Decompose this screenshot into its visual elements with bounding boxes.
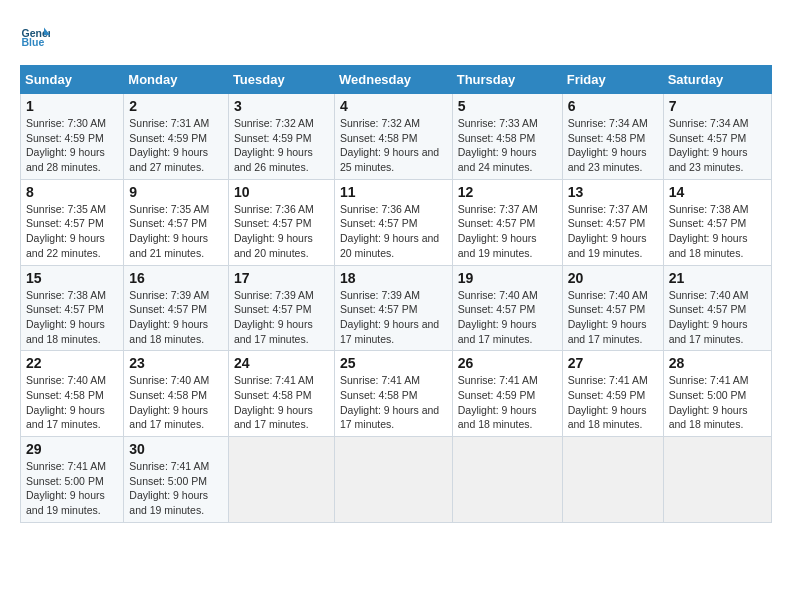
day-number: 3 <box>234 98 329 114</box>
calendar-table: SundayMondayTuesdayWednesdayThursdayFrid… <box>20 65 772 523</box>
day-number: 27 <box>568 355 658 371</box>
day-info: Sunrise: 7:35 AMSunset: 4:57 PMDaylight:… <box>26 203 106 259</box>
calendar-cell: 17 Sunrise: 7:39 AMSunset: 4:57 PMDaylig… <box>228 265 334 351</box>
logo-icon: General Blue <box>20 20 50 50</box>
day-number: 8 <box>26 184 118 200</box>
weekday-header-tuesday: Tuesday <box>228 66 334 94</box>
day-number: 29 <box>26 441 118 457</box>
day-number: 20 <box>568 270 658 286</box>
calendar-cell: 16 Sunrise: 7:39 AMSunset: 4:57 PMDaylig… <box>124 265 229 351</box>
calendar-cell <box>334 437 452 523</box>
calendar-week-row: 22 Sunrise: 7:40 AMSunset: 4:58 PMDaylig… <box>21 351 772 437</box>
calendar-cell: 11 Sunrise: 7:36 AMSunset: 4:57 PMDaylig… <box>334 179 452 265</box>
day-info: Sunrise: 7:41 AMSunset: 4:58 PMDaylight:… <box>234 374 314 430</box>
calendar-cell: 18 Sunrise: 7:39 AMSunset: 4:57 PMDaylig… <box>334 265 452 351</box>
day-info: Sunrise: 7:38 AMSunset: 4:57 PMDaylight:… <box>669 203 749 259</box>
calendar-cell: 25 Sunrise: 7:41 AMSunset: 4:58 PMDaylig… <box>334 351 452 437</box>
day-number: 5 <box>458 98 557 114</box>
day-info: Sunrise: 7:32 AMSunset: 4:59 PMDaylight:… <box>234 117 314 173</box>
weekday-header-saturday: Saturday <box>663 66 771 94</box>
day-number: 24 <box>234 355 329 371</box>
day-number: 14 <box>669 184 766 200</box>
day-number: 9 <box>129 184 223 200</box>
day-number: 26 <box>458 355 557 371</box>
day-number: 28 <box>669 355 766 371</box>
day-number: 12 <box>458 184 557 200</box>
day-number: 10 <box>234 184 329 200</box>
calendar-week-row: 8 Sunrise: 7:35 AMSunset: 4:57 PMDayligh… <box>21 179 772 265</box>
logo: General Blue <box>20 20 55 50</box>
day-info: Sunrise: 7:41 AMSunset: 5:00 PMDaylight:… <box>26 460 106 516</box>
day-number: 13 <box>568 184 658 200</box>
day-info: Sunrise: 7:41 AMSunset: 4:58 PMDaylight:… <box>340 374 439 430</box>
day-info: Sunrise: 7:35 AMSunset: 4:57 PMDaylight:… <box>129 203 209 259</box>
weekday-header-sunday: Sunday <box>21 66 124 94</box>
day-info: Sunrise: 7:36 AMSunset: 4:57 PMDaylight:… <box>340 203 439 259</box>
day-info: Sunrise: 7:37 AMSunset: 4:57 PMDaylight:… <box>568 203 648 259</box>
day-number: 4 <box>340 98 447 114</box>
day-number: 1 <box>26 98 118 114</box>
calendar-cell: 30 Sunrise: 7:41 AMSunset: 5:00 PMDaylig… <box>124 437 229 523</box>
day-number: 23 <box>129 355 223 371</box>
calendar-week-row: 29 Sunrise: 7:41 AMSunset: 5:00 PMDaylig… <box>21 437 772 523</box>
day-info: Sunrise: 7:41 AMSunset: 5:00 PMDaylight:… <box>129 460 209 516</box>
calendar-cell: 9 Sunrise: 7:35 AMSunset: 4:57 PMDayligh… <box>124 179 229 265</box>
weekday-header-friday: Friday <box>562 66 663 94</box>
day-number: 2 <box>129 98 223 114</box>
calendar-cell: 6 Sunrise: 7:34 AMSunset: 4:58 PMDayligh… <box>562 94 663 180</box>
calendar-cell: 19 Sunrise: 7:40 AMSunset: 4:57 PMDaylig… <box>452 265 562 351</box>
calendar-cell: 1 Sunrise: 7:30 AMSunset: 4:59 PMDayligh… <box>21 94 124 180</box>
day-number: 16 <box>129 270 223 286</box>
day-info: Sunrise: 7:41 AMSunset: 5:00 PMDaylight:… <box>669 374 749 430</box>
day-info: Sunrise: 7:36 AMSunset: 4:57 PMDaylight:… <box>234 203 314 259</box>
day-info: Sunrise: 7:33 AMSunset: 4:58 PMDaylight:… <box>458 117 538 173</box>
calendar-cell: 5 Sunrise: 7:33 AMSunset: 4:58 PMDayligh… <box>452 94 562 180</box>
day-number: 19 <box>458 270 557 286</box>
weekday-header-thursday: Thursday <box>452 66 562 94</box>
calendar-cell: 10 Sunrise: 7:36 AMSunset: 4:57 PMDaylig… <box>228 179 334 265</box>
calendar-cell: 22 Sunrise: 7:40 AMSunset: 4:58 PMDaylig… <box>21 351 124 437</box>
day-info: Sunrise: 7:34 AMSunset: 4:57 PMDaylight:… <box>669 117 749 173</box>
day-info: Sunrise: 7:41 AMSunset: 4:59 PMDaylight:… <box>568 374 648 430</box>
day-number: 30 <box>129 441 223 457</box>
day-info: Sunrise: 7:32 AMSunset: 4:58 PMDaylight:… <box>340 117 439 173</box>
calendar-cell: 14 Sunrise: 7:38 AMSunset: 4:57 PMDaylig… <box>663 179 771 265</box>
calendar-cell <box>452 437 562 523</box>
svg-text:Blue: Blue <box>22 36 45 48</box>
day-info: Sunrise: 7:30 AMSunset: 4:59 PMDaylight:… <box>26 117 106 173</box>
calendar-cell: 15 Sunrise: 7:38 AMSunset: 4:57 PMDaylig… <box>21 265 124 351</box>
day-info: Sunrise: 7:39 AMSunset: 4:57 PMDaylight:… <box>340 289 439 345</box>
day-info: Sunrise: 7:40 AMSunset: 4:57 PMDaylight:… <box>669 289 749 345</box>
day-info: Sunrise: 7:41 AMSunset: 4:59 PMDaylight:… <box>458 374 538 430</box>
day-number: 17 <box>234 270 329 286</box>
calendar-cell: 21 Sunrise: 7:40 AMSunset: 4:57 PMDaylig… <box>663 265 771 351</box>
calendar-cell: 12 Sunrise: 7:37 AMSunset: 4:57 PMDaylig… <box>452 179 562 265</box>
calendar-cell: 28 Sunrise: 7:41 AMSunset: 5:00 PMDaylig… <box>663 351 771 437</box>
calendar-cell: 7 Sunrise: 7:34 AMSunset: 4:57 PMDayligh… <box>663 94 771 180</box>
day-number: 11 <box>340 184 447 200</box>
weekday-header-wednesday: Wednesday <box>334 66 452 94</box>
day-number: 7 <box>669 98 766 114</box>
day-number: 18 <box>340 270 447 286</box>
day-info: Sunrise: 7:40 AMSunset: 4:57 PMDaylight:… <box>568 289 648 345</box>
day-info: Sunrise: 7:40 AMSunset: 4:58 PMDaylight:… <box>26 374 106 430</box>
day-number: 6 <box>568 98 658 114</box>
calendar-week-row: 15 Sunrise: 7:38 AMSunset: 4:57 PMDaylig… <box>21 265 772 351</box>
calendar-cell: 20 Sunrise: 7:40 AMSunset: 4:57 PMDaylig… <box>562 265 663 351</box>
day-info: Sunrise: 7:40 AMSunset: 4:57 PMDaylight:… <box>458 289 538 345</box>
calendar-cell: 2 Sunrise: 7:31 AMSunset: 4:59 PMDayligh… <box>124 94 229 180</box>
calendar-cell: 24 Sunrise: 7:41 AMSunset: 4:58 PMDaylig… <box>228 351 334 437</box>
day-number: 22 <box>26 355 118 371</box>
day-info: Sunrise: 7:39 AMSunset: 4:57 PMDaylight:… <box>129 289 209 345</box>
calendar-cell: 8 Sunrise: 7:35 AMSunset: 4:57 PMDayligh… <box>21 179 124 265</box>
day-info: Sunrise: 7:34 AMSunset: 4:58 PMDaylight:… <box>568 117 648 173</box>
calendar-cell: 13 Sunrise: 7:37 AMSunset: 4:57 PMDaylig… <box>562 179 663 265</box>
calendar-cell: 27 Sunrise: 7:41 AMSunset: 4:59 PMDaylig… <box>562 351 663 437</box>
calendar-week-row: 1 Sunrise: 7:30 AMSunset: 4:59 PMDayligh… <box>21 94 772 180</box>
day-number: 25 <box>340 355 447 371</box>
day-info: Sunrise: 7:39 AMSunset: 4:57 PMDaylight:… <box>234 289 314 345</box>
calendar-cell: 29 Sunrise: 7:41 AMSunset: 5:00 PMDaylig… <box>21 437 124 523</box>
day-number: 21 <box>669 270 766 286</box>
calendar-cell <box>228 437 334 523</box>
calendar-cell <box>663 437 771 523</box>
